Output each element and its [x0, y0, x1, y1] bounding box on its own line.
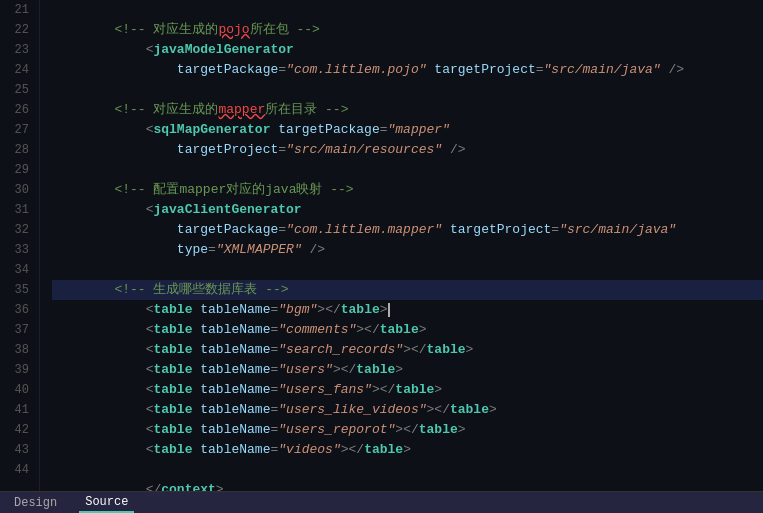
ln-32: 32: [10, 220, 29, 240]
status-bar: Design Source: [0, 491, 763, 513]
ln-39: 39: [10, 360, 29, 380]
ln-24: 24: [10, 60, 29, 80]
line-numbers: 21 22 23 24 25 26 27 28 29 30 31 32 33 3…: [0, 0, 40, 491]
ln-34: 34: [10, 260, 29, 280]
cursor: [388, 303, 390, 317]
code-line-34: <!-- 生成哪些数据库表 -->: [52, 260, 763, 280]
ln-38: 38: [10, 340, 29, 360]
ln-26: 26: [10, 100, 29, 120]
ln-36: 36: [10, 300, 29, 320]
code-line-29: <!-- 配置mapper对应的java映射 -->: [52, 160, 763, 180]
ln-40: 40: [10, 380, 29, 400]
code-line-25: <!-- 对应生成的mapper所在目录 -->: [52, 80, 763, 100]
code-content[interactable]: <!-- 对应生成的pojo所在包 --> <javaModelGenerato…: [40, 0, 763, 491]
ln-31: 31: [10, 200, 29, 220]
ln-29: 29: [10, 160, 29, 180]
editor-area: 21 22 23 24 25 26 27 28 29 30 31 32 33 3…: [0, 0, 763, 491]
ln-41: 41: [10, 400, 29, 420]
ln-22: 22: [10, 20, 29, 40]
tab-source[interactable]: Source: [79, 493, 134, 513]
ln-42: 42: [10, 420, 29, 440]
ln-33: 33: [10, 240, 29, 260]
ln-27: 27: [10, 120, 29, 140]
ln-37: 37: [10, 320, 29, 340]
ln-44: 44: [10, 460, 29, 480]
code-container: 21 22 23 24 25 26 27 28 29 30 31 32 33 3…: [0, 0, 763, 491]
ln-30: 30: [10, 180, 29, 200]
ln-25: 25: [10, 80, 29, 100]
ln-43: 43: [10, 440, 29, 460]
comment-mapper: <!-- 对应生成的mapper所在目录 -->: [114, 102, 348, 117]
ln-28: 28: [10, 140, 29, 160]
comment-java-mapper: <!-- 配置mapper对应的java映射 -->: [114, 182, 353, 197]
comment-pojo: <!-- 对应生成的pojo所在包 -->: [114, 22, 319, 37]
comment-table-gen: <!-- 生成哪些数据库表 -->: [114, 282, 288, 297]
code-line-44: </context>: [52, 460, 763, 480]
tab-design[interactable]: Design: [8, 494, 63, 512]
ln-23: 23: [10, 40, 29, 60]
code-line-21: <!-- 对应生成的pojo所在包 -->: [52, 0, 763, 20]
ln-35: 35: [10, 280, 29, 300]
ln-21: 21: [10, 0, 29, 20]
